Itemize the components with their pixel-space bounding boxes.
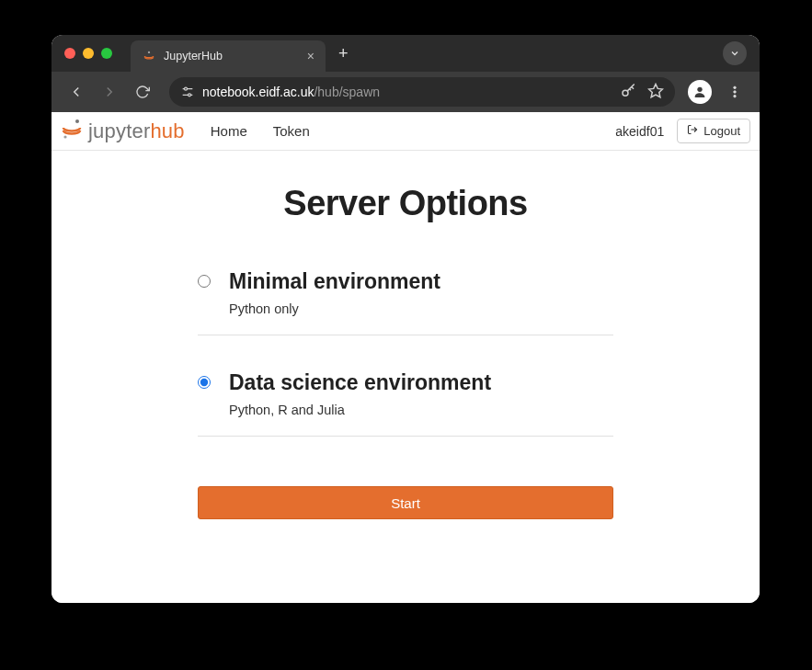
option-datascience[interactable]: Data science environment Python, R and J…: [198, 358, 613, 437]
svg-point-8: [734, 86, 737, 89]
jupyterhub-navbar: jupyterhub Home Token akeidf01 Logout: [51, 112, 760, 151]
option-minimal-title: Minimal environment: [229, 269, 440, 294]
url-path: /hub/spawn: [314, 85, 380, 99]
window-maximize-button[interactable]: [101, 48, 112, 59]
logout-icon: [687, 124, 698, 138]
svg-marker-6: [649, 84, 663, 97]
address-bar[interactable]: notebook.eidf.ac.uk/hub/spawn: [169, 77, 675, 107]
browser-menu-button[interactable]: [721, 78, 749, 106]
svg-point-0: [148, 51, 150, 53]
jupyter-logo-icon: [61, 118, 83, 145]
tab-list-button[interactable]: [723, 41, 747, 65]
browser-toolbar: notebook.eidf.ac.uk/hub/spawn: [51, 72, 760, 112]
svg-point-4: [189, 94, 191, 97]
option-datascience-title: Data science environment: [229, 370, 491, 395]
forward-button[interactable]: [96, 78, 123, 106]
logout-label: Logout: [703, 124, 740, 138]
new-tab-button[interactable]: +: [338, 45, 349, 62]
main-area: Server Options Minimal environment Pytho…: [51, 151, 760, 603]
titlebar: JupyterHub × +: [51, 35, 760, 72]
reload-button[interactable]: [129, 78, 156, 106]
username-label: akeidf01: [615, 124, 664, 139]
bookmark-star-icon[interactable]: [647, 83, 664, 102]
traffic-lights: [64, 48, 112, 59]
tab-title: JupyterHub: [164, 50, 223, 62]
svg-point-10: [734, 95, 737, 97]
option-minimal-radio[interactable]: [198, 275, 211, 288]
svg-point-9: [734, 91, 737, 94]
svg-point-12: [63, 135, 66, 138]
page-content: jupyterhub Home Token akeidf01 Logout Se…: [51, 112, 760, 603]
logo-text-jupyter: jupyter: [88, 119, 150, 143]
option-minimal-desc: Python only: [229, 301, 440, 316]
logo-text-hub: hub: [150, 119, 184, 143]
nav-token-link[interactable]: Token: [273, 123, 310, 139]
window-close-button[interactable]: [64, 48, 75, 59]
site-settings-icon[interactable]: [180, 85, 195, 98]
profile-button[interactable]: [688, 80, 712, 104]
back-button[interactable]: [63, 78, 90, 106]
option-datascience-radio[interactable]: [198, 376, 211, 389]
tab-close-icon[interactable]: ×: [307, 50, 315, 62]
server-options-list: Minimal environment Python only Data sci…: [198, 256, 613, 459]
start-button[interactable]: Start: [198, 486, 613, 519]
jupyter-favicon: [142, 49, 156, 63]
svg-point-7: [697, 87, 702, 92]
browser-tab[interactable]: JupyterHub ×: [131, 40, 326, 72]
jupyterhub-logo[interactable]: jupyterhub: [61, 118, 185, 145]
window-minimize-button[interactable]: [83, 48, 94, 59]
url-domain: notebook.eidf.ac.uk: [202, 85, 314, 99]
svg-point-11: [75, 119, 79, 123]
svg-point-3: [185, 87, 188, 90]
nav-home-link[interactable]: Home: [211, 123, 247, 139]
logout-button[interactable]: Logout: [677, 119, 750, 143]
page-title: Server Options: [283, 184, 527, 223]
option-minimal[interactable]: Minimal environment Python only: [198, 256, 613, 335]
option-datascience-desc: Python, R and Julia: [229, 403, 491, 417]
password-key-icon[interactable]: [620, 83, 636, 102]
browser-window: JupyterHub × + notebook.eidf.ac.uk/hub/s…: [51, 35, 760, 603]
